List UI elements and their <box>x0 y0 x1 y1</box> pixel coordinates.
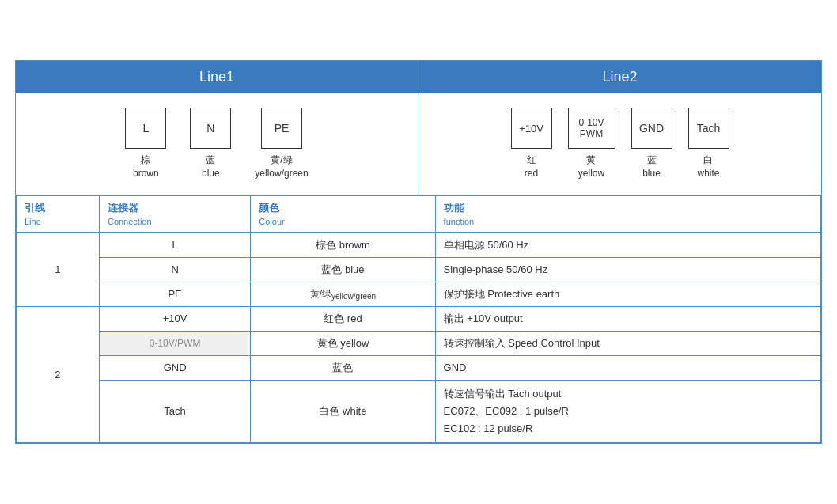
connector-box-PWM: 0-10VPWM <box>568 108 615 149</box>
table-row-2-GND: GND 蓝色 GND <box>17 355 821 380</box>
function-cell-10V: 输出 +10V output <box>435 306 820 331</box>
connector-label-PE: 黄/绿yellow/green <box>255 153 308 180</box>
connector-box-L: L <box>125 108 166 149</box>
header-row: Line1 Line2 <box>16 61 821 93</box>
connector-box-10V: +10V <box>511 108 552 149</box>
connector-label-10V: 红red <box>525 153 538 180</box>
colour-cell-L: 棕色 browm <box>251 233 435 258</box>
function-cell-L: 单相电源 50/60 Hz <box>435 233 820 258</box>
conn-cell-10V: +10V <box>99 306 250 331</box>
table-row-1-PE: PE 黄/绿yellow/green 保护接地 Protective earth <box>17 282 821 306</box>
diagram-row: L 棕brown N 蓝blue PE 黄/绿yellow/green +10V… <box>16 93 821 195</box>
connector-item-GND: GND 蓝blue <box>631 108 672 180</box>
col-header-function-en: function <box>444 217 475 226</box>
function-cell-PWM: 转速控制输入 Speed Control Input <box>435 331 820 355</box>
colour-cell-Tach: 白色 white <box>251 380 435 442</box>
header-line1: Line1 <box>16 61 418 93</box>
col-header-line-zh: 引线 <box>25 202 45 214</box>
col-header-colour-zh: 颜色 <box>259 202 279 214</box>
connector-box-GND: GND <box>631 108 672 149</box>
col-header-line-en: Line <box>25 217 41 226</box>
line-cell-1: 1 <box>17 233 100 307</box>
connector-box-Tach: Tach <box>688 108 729 149</box>
table-row-1-N: N 蓝色 blue Single-phase 50/60 Hz <box>17 257 821 282</box>
conn-cell-L: L <box>99 233 250 258</box>
function-cell-PE: 保护接地 Protective earth <box>435 282 820 306</box>
diagram-line2: +10V 红red 0-10VPWM 黄yellow GND 蓝blue Tac… <box>418 93 821 195</box>
connector-item-10V: +10V 红red <box>511 108 552 180</box>
table-row-2-10V: 2 +10V 红色 red 输出 +10V output <box>17 306 821 331</box>
connector-item-N: N 蓝blue <box>190 108 231 180</box>
connector-box-N: N <box>190 108 231 149</box>
colour-cell-PE: 黄/绿yellow/green <box>251 282 435 306</box>
table-row-2-Tach: Tach 白色 white 转速信号输出 Tach output EC072、E… <box>17 380 821 442</box>
table-row-2-PWM: 0-10V/PWM 黄色 yellow 转速控制输入 Speed Control… <box>17 331 821 355</box>
data-table: 引线 Line 连接器 Connection 颜色 Colour 功能 func… <box>16 195 821 443</box>
connector-item-PE: PE 黄/绿yellow/green <box>255 108 308 180</box>
connector-label-Tach: 白white <box>697 153 719 180</box>
connector-label-L: 棕brown <box>133 153 159 180</box>
diagram-line1: L 棕brown N 蓝blue PE 黄/绿yellow/green <box>16 93 418 195</box>
function-cell-Tach: 转速信号输出 Tach output EC072、EC092 : 1 pulse… <box>435 380 820 442</box>
line-cell-2: 2 <box>17 306 100 442</box>
conn-cell-Tach: Tach <box>99 380 250 442</box>
col-header-line: 引线 Line <box>17 195 100 233</box>
connector-label-PWM: 黄yellow <box>578 153 604 180</box>
col-header-function-zh: 功能 <box>444 202 464 214</box>
col-header-colour-en: Colour <box>259 217 284 226</box>
connector-item-PWM: 0-10VPWM 黄yellow <box>568 108 615 180</box>
col-header-connection: 连接器 Connection <box>99 195 250 233</box>
conn-cell-GND: GND <box>99 355 250 380</box>
function-cell-GND: GND <box>435 355 820 380</box>
conn-cell-PWM: 0-10V/PWM <box>99 331 250 355</box>
table-row-1-L: 1 L 棕色 browm 单相电源 50/60 Hz <box>17 233 821 258</box>
header-line2: Line2 <box>418 61 821 93</box>
colour-cell-10V: 红色 red <box>251 306 435 331</box>
conn-cell-PE: PE <box>99 282 250 306</box>
main-container: Line1 Line2 L 棕brown N 蓝blue PE 黄/绿yello… <box>15 60 822 444</box>
col-header-function: 功能 function <box>435 195 820 233</box>
colour-cell-N: 蓝色 blue <box>251 257 435 282</box>
col-header-connection-en: Connection <box>108 217 152 226</box>
col-header-colour: 颜色 Colour <box>251 195 435 233</box>
connector-item-Tach: Tach 白white <box>688 108 729 180</box>
connector-box-PE: PE <box>261 108 302 149</box>
colour-cell-GND: 蓝色 <box>251 355 435 380</box>
colour-cell-PWM: 黄色 yellow <box>251 331 435 355</box>
table-body: 1 L 棕色 browm 单相电源 50/60 Hz N 蓝色 blue Sin… <box>17 233 821 443</box>
connector-label-N: 蓝blue <box>202 153 220 180</box>
table-header-row: 引线 Line 连接器 Connection 颜色 Colour 功能 func… <box>17 195 821 233</box>
conn-cell-N: N <box>99 257 250 282</box>
col-header-connection-zh: 连接器 <box>108 202 138 214</box>
function-cell-N: Single-phase 50/60 Hz <box>435 257 820 282</box>
connector-item-L: L 棕brown <box>125 108 166 180</box>
connector-label-GND: 蓝blue <box>642 153 661 180</box>
